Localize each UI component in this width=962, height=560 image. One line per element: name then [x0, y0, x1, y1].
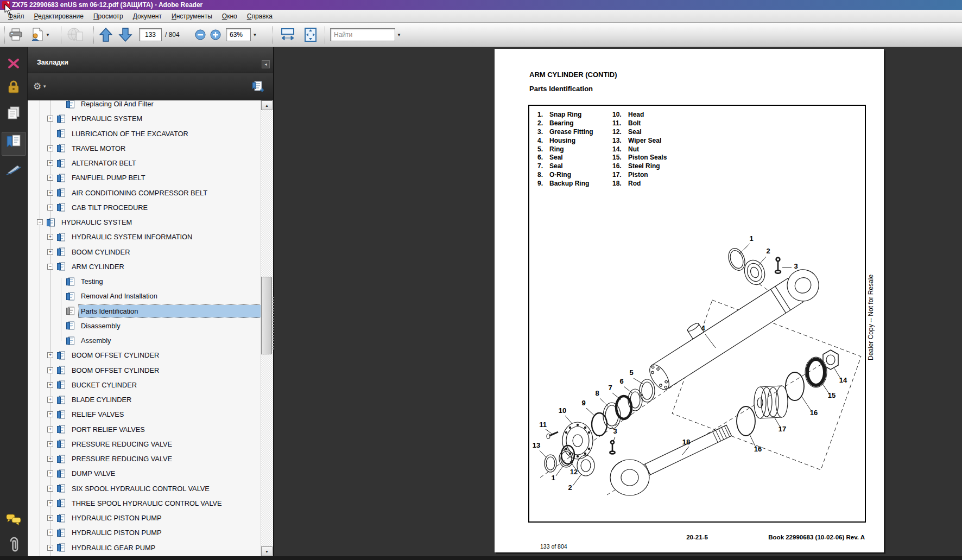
bookmark-item[interactable]: + PRESSURE REDUCING VALVE: [28, 451, 262, 466]
bookmarks-panel-title: Закладки: [37, 59, 68, 66]
expand-box[interactable]: +: [47, 470, 53, 476]
bookmark-item[interactable]: + PORT RELIEF VALVES: [28, 422, 262, 437]
bookmark-item[interactable]: + BOOM OFFSET CYLINDER: [28, 348, 262, 362]
collapse-panel-button[interactable]: ◄: [262, 60, 270, 68]
expand-box[interactable]: +: [47, 441, 53, 447]
scroll-up-button[interactable]: ▲: [261, 100, 273, 110]
menu-инструменты[interactable]: Инструменты: [167, 11, 217, 22]
expand-box[interactable]: +: [47, 116, 53, 122]
fit-page-button[interactable]: [303, 27, 318, 42]
bookmark-item[interactable]: + DUMP VALVE: [28, 466, 262, 481]
page-number-field[interactable]: 133 / 804: [139, 28, 180, 41]
menu-редактирование[interactable]: Редактирование: [29, 11, 88, 22]
bookmark-item[interactable]: Testing: [28, 274, 262, 289]
expand-box[interactable]: +: [47, 234, 53, 240]
attachments-paperclip-icon[interactable]: [7, 537, 21, 554]
bookmark-item[interactable]: Disassembly: [28, 319, 262, 333]
share-dropdown-caret[interactable]: ▼: [46, 33, 50, 37]
expand-box[interactable]: +: [47, 175, 53, 181]
zoom-out-button[interactable]: [194, 29, 206, 41]
bookmark-item[interactable]: + SIX SPOOL HYDRAULIC CONTROL VALVE: [28, 481, 262, 496]
expand-box[interactable]: +: [47, 352, 53, 358]
close-panel-icon[interactable]: [8, 58, 20, 69]
menu-справка[interactable]: Справка: [242, 11, 277, 22]
bookmark-item[interactable]: − HYDRAULIC SYSTEM: [28, 215, 262, 230]
bookmark-item[interactable]: + PRESSURE REDUCING VALVE: [28, 437, 262, 451]
bookmark-item[interactable]: + BLADE CYLINDER: [28, 392, 262, 407]
bookmark-item[interactable]: + HYDRAULIC PISTON PUMP: [28, 511, 262, 525]
expand-box[interactable]: +: [47, 382, 53, 388]
search-input[interactable]: Найти: [330, 28, 395, 41]
expand-box[interactable]: +: [47, 486, 53, 492]
bookmark-item[interactable]: + TRAVEL MOTOR: [28, 141, 262, 156]
zoom-dropdown-caret[interactable]: ▼: [251, 28, 259, 41]
bookmark-item[interactable]: + HYDRAULIC SYSTEM: [28, 111, 262, 126]
search-dropdown-caret[interactable]: ▼: [395, 28, 403, 41]
search-control[interactable]: Найти ▼: [330, 28, 403, 41]
scroll-down-button[interactable]: ▼: [261, 546, 273, 556]
bookmark-item[interactable]: + BOOM OFFSET CYLINDER: [28, 363, 262, 378]
page-number-input[interactable]: 133: [139, 28, 162, 41]
zoom-level-control[interactable]: 63% ▼: [226, 28, 259, 41]
bookmark-item[interactable]: + THREE SPOOL HYDRAULIC CONTROL VALVE: [28, 496, 262, 511]
bookmark-item[interactable]: Replacing Oil And Filter: [28, 100, 262, 111]
bookmark-item[interactable]: + FAN/FUEL PUMP BELT: [28, 170, 262, 185]
expand-box[interactable]: +: [47, 427, 53, 432]
expand-box[interactable]: +: [47, 397, 53, 403]
next-page-button[interactable]: [118, 27, 132, 42]
menu-окно[interactable]: Окно: [217, 11, 242, 22]
diagram-callout-16: 16: [810, 409, 818, 417]
zoom-in-button[interactable]: [210, 29, 221, 41]
bookmark-item[interactable]: Parts Identification: [28, 304, 262, 319]
bookmark-page-icon: [57, 129, 65, 138]
bookmark-item[interactable]: + ALTERNATOR BELT: [28, 156, 262, 170]
bookmark-item[interactable]: + AIR CONDITIONING COMPRESSOR BELT: [28, 186, 262, 200]
expand-box[interactable]: +: [47, 500, 53, 506]
bookmark-item[interactable]: Assembly: [28, 333, 262, 348]
scrollbar-track[interactable]: [261, 110, 273, 546]
bookmark-page-icon: [57, 144, 65, 152]
menu-документ[interactable]: Документ: [128, 11, 167, 22]
bookmark-item[interactable]: + HYDRAULIC PISTON PUMP: [28, 525, 262, 540]
print-button[interactable]: [9, 28, 23, 41]
expand-box[interactable]: +: [47, 145, 53, 151]
collapse-box[interactable]: −: [37, 219, 43, 225]
bookmarks-panel-icon[interactable]: [6, 134, 21, 148]
expand-box[interactable]: +: [47, 160, 53, 166]
expand-box[interactable]: +: [47, 367, 53, 373]
bookmark-item[interactable]: + CAB TILT PROCEDURE: [28, 200, 262, 215]
expand-box[interactable]: +: [47, 249, 53, 255]
bookmark-options-button[interactable]: ⚙ ▼: [33, 81, 47, 92]
expand-box[interactable]: +: [47, 456, 53, 462]
expand-box[interactable]: +: [47, 205, 53, 211]
document-pane[interactable]: ARM CYLINDER (CONTiD) Parts Identificati…: [274, 47, 962, 560]
fit-width-button[interactable]: [280, 27, 295, 42]
expand-box[interactable]: +: [47, 515, 53, 521]
security-lock-icon[interactable]: [7, 80, 20, 94]
previous-page-button[interactable]: [99, 27, 113, 42]
expand-box[interactable]: +: [47, 545, 53, 551]
scrollbar-thumb[interactable]: [261, 277, 272, 354]
bookmarks-scrollbar[interactable]: ▲ ▼: [261, 100, 272, 556]
share-document-button[interactable]: ▼: [30, 28, 50, 42]
bookmark-item[interactable]: Removal And Installation: [28, 289, 262, 303]
bookmark-item[interactable]: − ARM CYLINDER: [28, 259, 262, 274]
signature-pen-icon[interactable]: [5, 162, 22, 175]
expand-box[interactable]: +: [47, 530, 53, 536]
bookmark-item[interactable]: + BOOM CYLINDER: [28, 245, 262, 259]
comments-icon[interactable]: [5, 513, 22, 526]
bookmark-item[interactable]: + RELIEF VALVES: [28, 407, 262, 422]
bookmark-page-icon: [57, 188, 65, 197]
goto-current-bookmark-icon[interactable]: [251, 81, 265, 93]
pages-panel-icon[interactable]: [7, 106, 21, 120]
expand-box[interactable]: +: [47, 411, 53, 417]
menu-просмотр[interactable]: Просмотр: [88, 11, 128, 22]
collapse-box[interactable]: −: [47, 264, 53, 270]
zoom-level-value[interactable]: 63%: [226, 28, 251, 41]
bookmark-item[interactable]: + BUCKET CYLINDER: [28, 378, 262, 392]
expand-box[interactable]: +: [47, 190, 53, 196]
bookmark-item[interactable]: + LUBRICATION OF THE EXCAVATOR: [28, 126, 262, 141]
bookmark-item[interactable]: + HYDRAULIC GEAR PUMP: [28, 540, 262, 555]
bookmark-item[interactable]: + HYDRAULIC SYSTEM INFORMATION: [28, 230, 262, 244]
diagram-callout-3: 3: [794, 262, 798, 270]
